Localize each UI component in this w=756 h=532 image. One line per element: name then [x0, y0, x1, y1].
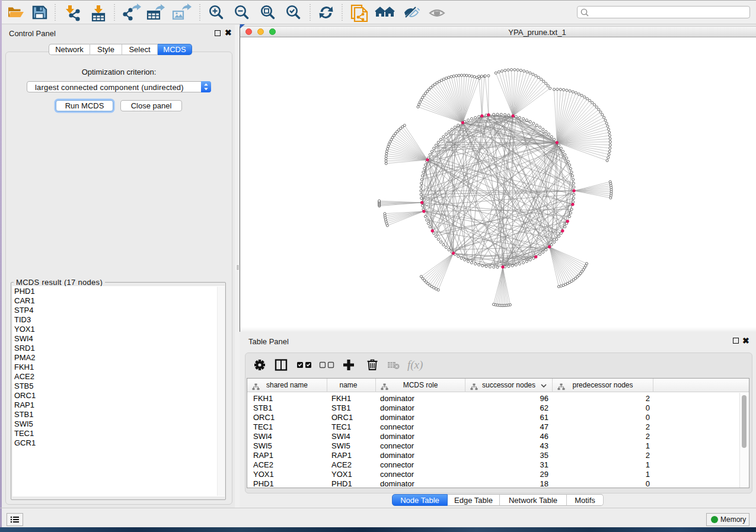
svg-text:f(x): f(x): [407, 358, 423, 371]
